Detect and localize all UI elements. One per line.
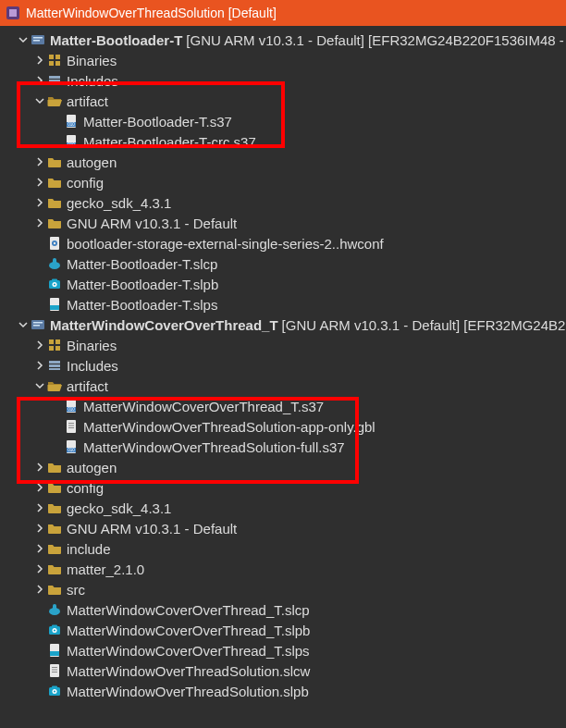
project-node[interactable]: MatterWindowCoverOverThread_T [GNU ARM v…	[0, 315, 566, 335]
includes-icon	[46, 358, 63, 373]
folder-node[interactable]: include	[0, 538, 566, 559]
file-hwconf-icon	[46, 236, 63, 251]
file-slpb-icon	[46, 277, 63, 291]
file-node[interactable]: 010MatterWindowCoverOverThread_T.s37	[0, 396, 566, 416]
folder-icon	[46, 154, 63, 169]
tree-item-label: MatterWindowOverThreadSolution-app-only.…	[83, 419, 375, 435]
includes-node[interactable]: Includes	[0, 355, 566, 376]
folder-node[interactable]: src	[0, 579, 566, 599]
svg-text:010: 010	[68, 448, 75, 452]
folder-node[interactable]: gecko_sdk_4.3.1	[0, 192, 566, 213]
binaries-icon	[46, 53, 63, 68]
window-titlebar: MatterWindowOverThreadSolution [Default]	[0, 0, 566, 26]
tree-item-label: artifact	[67, 93, 108, 109]
svg-rect-24	[52, 279, 57, 282]
tree-arrow[interactable]	[33, 564, 46, 574]
svg-rect-40	[67, 420, 76, 433]
tree-arrow[interactable]	[33, 463, 46, 472]
folder-node[interactable]: autogen	[0, 457, 566, 477]
binaries-node[interactable]: Binaries	[0, 335, 566, 355]
svg-rect-33	[55, 346, 60, 351]
folder-icon	[46, 195, 63, 210]
window-title: MatterWindowOverThreadSolution [Default]	[26, 6, 277, 20]
project-icon	[30, 32, 46, 47]
tree-item-label: include	[67, 541, 111, 557]
includes-node[interactable]: Includes	[0, 70, 566, 91]
file-node[interactable]: MatterWindowCoverOverThread_T.slps	[0, 640, 566, 660]
folder-icon	[46, 561, 63, 576]
folder-node[interactable]: autogen	[0, 152, 566, 172]
tree-arrow[interactable]	[33, 76, 46, 85]
folder-node[interactable]: gecko_sdk_4.3.1	[0, 498, 566, 518]
folder-node[interactable]: matter_2.1.0	[0, 559, 566, 579]
svg-rect-4	[33, 40, 40, 42]
tree-arrow[interactable]	[33, 96, 46, 105]
svg-rect-41	[68, 423, 74, 424]
svg-point-59	[54, 690, 55, 692]
file-slcw-icon	[46, 663, 63, 678]
tree-item-label: gecko_sdk_4.3.1	[67, 500, 171, 516]
svg-rect-36	[49, 368, 60, 370]
tree-arrow[interactable]	[33, 585, 46, 594]
file-node[interactable]: Matter-Bootloader-T.slpb	[0, 274, 566, 294]
svg-rect-3	[33, 37, 43, 39]
svg-rect-1	[9, 9, 17, 17]
svg-text:010: 010	[68, 122, 75, 127]
tree-arrow[interactable]	[33, 198, 46, 207]
tree-arrow[interactable]	[33, 361, 46, 370]
svg-rect-6	[55, 55, 60, 59]
svg-rect-34	[49, 361, 60, 364]
tree-arrow[interactable]	[33, 524, 46, 533]
tree-arrow[interactable]	[33, 381, 46, 390]
file-slcp-icon	[46, 602, 63, 617]
svg-rect-29	[33, 325, 40, 327]
file-node[interactable]: 010Matter-Bootloader-T-crc.s37	[0, 131, 566, 152]
tree-item-label: GNU ARM v10.3.1 - Default	[67, 216, 237, 231]
file-node[interactable]: 010MatterWindowOverThreadSolution-full.s…	[0, 437, 566, 457]
tree-arrow[interactable]	[33, 544, 46, 553]
folder-node[interactable]: config	[0, 477, 566, 498]
tree-item-label: MatterWindowOverThreadSolution.slpb	[67, 684, 309, 699]
folder-node[interactable]: artifact	[0, 376, 566, 396]
tree-item-label: Includes	[67, 73, 118, 89]
svg-point-49	[54, 629, 55, 631]
tree-arrow[interactable]	[33, 483, 46, 492]
file-slcp-icon	[46, 256, 63, 271]
file-slps-icon	[46, 643, 63, 658]
tree-arrow[interactable]	[33, 340, 46, 350]
file-node[interactable]: MatterWindowOverThreadSolution-app-only.…	[0, 416, 566, 437]
folder-node[interactable]: config	[0, 172, 566, 192]
svg-rect-10	[49, 80, 60, 82]
file-node[interactable]: MatterWindowOverThreadSolution.slcw	[0, 660, 566, 681]
file-node[interactable]: Matter-Bootloader-T.slcp	[0, 253, 566, 274]
file-node[interactable]: MatterWindowOverThreadSolution.slpb	[0, 681, 566, 701]
tree-arrow[interactable]	[17, 320, 30, 329]
file-node[interactable]: MatterWindowCoverOverThread_T.slcp	[0, 599, 566, 620]
tree-arrow[interactable]	[33, 218, 46, 228]
file-node[interactable]: 010Matter-Bootloader-T.s37	[0, 111, 566, 131]
file-node[interactable]: bootloader-storage-external-single-serie…	[0, 233, 566, 253]
svg-rect-31	[55, 339, 60, 344]
file-node[interactable]: Matter-Bootloader-T.slps	[0, 294, 566, 315]
tree-item-label: Matter-Bootloader-T-crc.s37	[83, 134, 256, 150]
svg-point-20	[54, 242, 55, 244]
binaries-node[interactable]: Binaries	[0, 50, 566, 70]
file-node[interactable]: MatterWindowCoverOverThread_T.slpb	[0, 620, 566, 640]
svg-rect-52	[50, 651, 59, 656]
tree-item-label: autogen	[67, 460, 117, 475]
tree-arrow[interactable]	[33, 503, 46, 512]
project-node[interactable]: Matter-Bootloader-T [GNU ARM v10.3.1 - D…	[0, 30, 566, 50]
folder-node[interactable]: GNU ARM v10.3.1 - Default	[0, 518, 566, 538]
folder-node[interactable]: artifact	[0, 91, 566, 111]
project-tree[interactable]: Matter-Bootloader-T [GNU ARM v10.3.1 - D…	[0, 26, 566, 701]
tree-item-label: Matter-Bootloader-T.s37	[83, 114, 232, 130]
tree-arrow[interactable]	[17, 35, 30, 44]
tree-item-label: MatterWindowCoverOverThread_T.slpb	[67, 623, 310, 638]
tree-arrow[interactable]	[33, 157, 46, 167]
tree-arrow[interactable]	[33, 56, 46, 65]
folder-icon	[46, 521, 63, 536]
file-gbl-icon	[63, 419, 80, 434]
tree-arrow[interactable]	[33, 178, 46, 187]
file-slpb-icon	[46, 623, 63, 637]
folder-node[interactable]: GNU ARM v10.3.1 - Default	[0, 213, 566, 233]
